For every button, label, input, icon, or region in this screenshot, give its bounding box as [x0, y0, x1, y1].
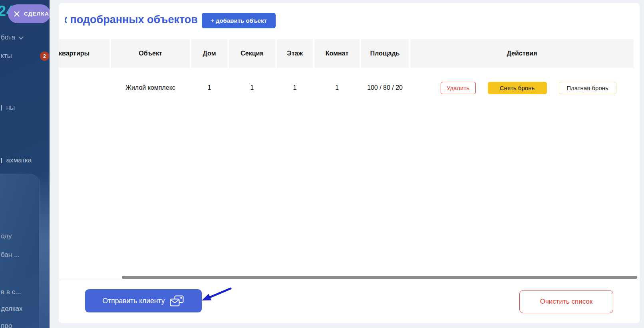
- footer-divider: [59, 280, 640, 280]
- cell-floor: 1: [277, 71, 313, 105]
- sidebar-item-ahmatka[interactable]: ахматка: [1, 156, 32, 164]
- column-header-area: Площадь: [361, 39, 409, 68]
- sidebar-item-label: про: [1, 322, 12, 328]
- sidebar-item-label: ны: [6, 104, 15, 112]
- annotation-arrow: [198, 283, 236, 306]
- sidebar-item-label: кты: [1, 52, 12, 60]
- column-header-actions: Действия: [410, 39, 634, 68]
- sidebar-item-label: оду: [1, 232, 12, 240]
- delete-button[interactable]: Удалить: [441, 82, 476, 94]
- clipped-letter-fragment: [1, 105, 2, 111]
- sidebar-item-delkah[interactable]: делках: [1, 305, 23, 313]
- column-header-object: Объект: [111, 39, 190, 68]
- cell-actions: Удалить Снять бронь Платная бронь: [417, 71, 640, 105]
- cell-apartment: [59, 71, 109, 105]
- sidebar-item-label: в в с...: [1, 288, 21, 296]
- column-header-rooms: Комнат: [314, 39, 360, 68]
- sidebar-item-ban[interactable]: бан ...: [1, 251, 20, 259]
- sidebar-item-label: бота: [1, 34, 15, 41]
- clear-list-button[interactable]: Очистить список: [519, 290, 613, 313]
- sidebar-item-pro[interactable]: про: [1, 322, 12, 328]
- cell-object: Жилой комплекс: [111, 71, 190, 105]
- selected-objects-panel: к подобранных объектов + добавить объект…: [59, 3, 640, 323]
- sidebar-item-kty[interactable]: кты: [1, 52, 12, 60]
- cell-area: 100 / 80 / 20: [361, 71, 409, 105]
- column-header-floor: Этаж: [277, 39, 313, 68]
- page-title: к подобранных объектов: [65, 14, 198, 26]
- clipped-title-fragment: к: [65, 14, 67, 26]
- close-icon: [14, 11, 20, 17]
- table-header-row: квартиры Объект Дом Секция Этаж Комнат П…: [59, 39, 634, 68]
- sidebar-item-label: делках: [1, 305, 23, 313]
- sidebar: 24 СДЕЛКА бота кты 2 ны ахматка оду бан …: [0, 0, 50, 328]
- sidebar-item-label: бан ...: [1, 251, 20, 259]
- horizontal-scrollbar-thumb[interactable]: [122, 276, 637, 279]
- send-to-client-button[interactable]: Отправить клиенту: [85, 289, 202, 312]
- paid-booking-button[interactable]: Платная бронь: [559, 82, 616, 94]
- column-header-house: Дом: [191, 39, 227, 68]
- page-title-text: подобранных объектов: [70, 14, 198, 26]
- cell-house: 1: [191, 71, 227, 105]
- deal-close-button[interactable]: СДЕЛКА: [8, 4, 50, 23]
- add-object-button[interactable]: + добавить объект: [202, 13, 276, 28]
- deal-pill-label: СДЕЛКА: [24, 11, 49, 17]
- column-header-section: Секция: [229, 39, 275, 68]
- clipped-letter-fragment: [1, 158, 2, 163]
- cell-rooms: 1: [314, 71, 360, 105]
- column-header-apartments: квартиры: [59, 39, 109, 68]
- send-mail-icon: [170, 295, 184, 306]
- remove-booking-button[interactable]: Снять бронь: [488, 82, 547, 94]
- sidebar-item-vvs[interactable]: в в с...: [1, 288, 21, 296]
- sidebar-item-odu[interactable]: оду: [1, 232, 12, 240]
- sidebar-item-ny[interactable]: ны: [1, 104, 15, 112]
- sidebar-item-label: ахматка: [6, 156, 32, 164]
- chevron-down-icon: [18, 36, 24, 40]
- app-screen: { "sidebar": { "logo_fragment": "24", "d…: [0, 0, 644, 328]
- cell-section: 1: [229, 71, 275, 105]
- sidebar-item-rabota[interactable]: бота: [1, 34, 24, 41]
- sidebar-sheen-decoration: [39, 172, 50, 328]
- send-to-client-label: Отправить клиенту: [103, 297, 165, 305]
- table-row: Жилой комплекс 1 1 1 1 100 / 80 / 20 Уда…: [59, 71, 634, 105]
- count-badge: 2: [40, 51, 49, 61]
